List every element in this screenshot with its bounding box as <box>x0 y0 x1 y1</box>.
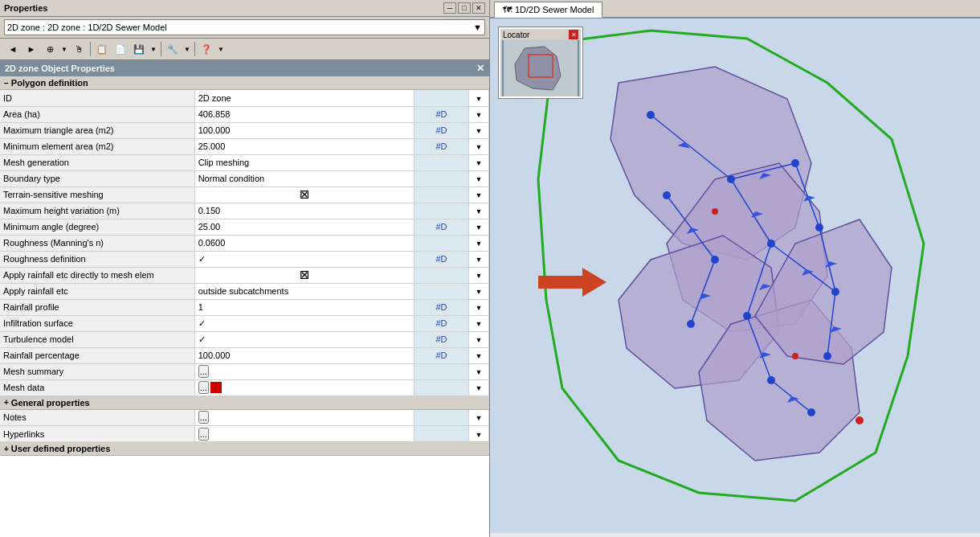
area-input[interactable] <box>198 109 410 119</box>
row-arrow[interactable]: ▼ <box>469 122 489 138</box>
row-arrow[interactable]: ▼ <box>469 170 489 187</box>
row-value[interactable]: outside subcatchments <box>194 283 414 299</box>
toolbar-paste[interactable]: 📄 <box>112 40 129 58</box>
row-label: Minimum element area (m2) <box>0 138 194 154</box>
max-tri-input[interactable] <box>198 125 410 135</box>
row-value[interactable]: ... <box>194 363 414 379</box>
row-hash <box>414 235 468 251</box>
toolbar-target-dropdown[interactable]: ▼ <box>59 40 69 58</box>
row-value[interactable]: ✓ <box>194 251 414 267</box>
row-label: Hyperlinks <box>0 426 194 442</box>
min-elem-input[interactable] <box>198 141 410 151</box>
row-arrow[interactable]: ▼ <box>469 106 489 122</box>
toolbar-cursor[interactable]: 🖱 <box>70 40 88 58</box>
map-tab[interactable]: 🗺 1D/2D Sewer Model <box>494 2 602 18</box>
row-arrow[interactable]: ▼ <box>469 203 489 219</box>
row-value[interactable]: 2D zone <box>194 90 414 106</box>
table-row: Boundary type Normal condition ▼ <box>0 170 489 187</box>
row-value[interactable] <box>194 299 414 315</box>
row-value[interactable]: ✓ <box>194 331 414 347</box>
table-row: Maximum triangle area (m2) #D ▼ <box>0 122 489 138</box>
row-value[interactable]: ... <box>194 426 414 442</box>
row-arrow[interactable]: ▼ <box>469 235 489 251</box>
row-value[interactable] <box>194 219 414 235</box>
maximize-button[interactable]: □ <box>458 2 471 14</box>
row-arrow[interactable]: ▼ <box>469 426 489 442</box>
row-value[interactable] <box>194 347 414 363</box>
toolbar-help[interactable]: ❓ <box>198 40 215 58</box>
window-title: Properties <box>4 3 47 13</box>
map-area[interactable]: Locator ✕ <box>490 18 980 533</box>
toolbar-help-dropdown[interactable]: ▼ <box>216 40 226 58</box>
row-value[interactable]: ... <box>194 410 414 426</box>
row-arrow[interactable]: ▼ <box>469 138 489 154</box>
row-arrow[interactable]: ▼ <box>469 299 489 315</box>
general-section-header[interactable]: + General properties <box>0 396 489 410</box>
infiltration-check: ✓ <box>198 318 206 329</box>
row-arrow[interactable]: ▼ <box>469 410 489 426</box>
toolbar-save-dropdown[interactable]: ▼ <box>149 40 158 58</box>
row-value[interactable]: Normal condition <box>194 170 414 187</box>
terrain-checkbox[interactable]: ☒ <box>300 189 309 201</box>
rainfall-pct-input[interactable] <box>198 350 410 360</box>
row-value[interactable] <box>194 122 414 138</box>
row-arrow[interactable]: ▼ <box>469 315 489 331</box>
toolbar-forward[interactable]: ► <box>22 40 40 58</box>
user-defined-section-header[interactable]: + User defined properties <box>0 442 489 456</box>
row-arrow[interactable]: ▼ <box>469 347 489 363</box>
notes-btn[interactable]: ... <box>198 411 209 424</box>
row-arrow[interactable]: ▼ <box>469 363 489 379</box>
row-value[interactable] <box>194 138 414 154</box>
toolbar-back[interactable]: ◄ <box>4 40 22 58</box>
close-button[interactable]: ✕ <box>472 2 485 14</box>
row-arrow[interactable]: ▼ <box>469 379 489 396</box>
minimize-button[interactable]: ─ <box>443 2 456 14</box>
row-arrow[interactable]: ▼ <box>469 90 489 106</box>
toolbar-settings[interactable]: 🔧 <box>164 40 182 58</box>
row-arrow[interactable]: ▼ <box>469 251 489 267</box>
roughness-def-check: ✓ <box>198 254 206 264</box>
row-value[interactable]: ☒ <box>194 267 414 283</box>
general-toggle: + <box>4 398 9 407</box>
zone-dropdown[interactable]: 2D zone : 2D zone : 1D/2D Sewer Model ▼ <box>4 19 485 35</box>
locator-label: Locator <box>503 31 529 39</box>
toolbar-settings-dropdown[interactable]: ▼ <box>182 40 192 58</box>
row-value[interactable] <box>194 235 414 251</box>
row-label: Roughness definition <box>0 251 194 267</box>
tab-label: 1D/2D Sewer Model <box>515 5 594 14</box>
row-hash: #D <box>414 347 468 363</box>
hyperlinks-btn[interactable]: ... <box>198 428 209 441</box>
window-controls: ─ □ ✕ <box>443 2 485 14</box>
min-angle-input[interactable] <box>198 222 410 232</box>
toolbar-copy[interactable]: 📋 <box>93 40 111 58</box>
row-value[interactable]: Clip meshing <box>194 154 414 170</box>
row-arrow[interactable]: ▼ <box>469 219 489 235</box>
row-label: Mesh summary <box>0 363 194 379</box>
rainfall-profile-input[interactable] <box>198 302 410 312</box>
roughness-n-input[interactable] <box>198 238 410 248</box>
svg-point-26 <box>663 191 671 199</box>
row-hash <box>414 363 468 379</box>
row-arrow[interactable]: ▼ <box>469 331 489 347</box>
locator-close-button[interactable]: ✕ <box>569 30 578 39</box>
row-value[interactable]: ✓ <box>194 315 414 331</box>
row-value[interactable] <box>194 106 414 122</box>
row-label: Boundary type <box>0 170 194 187</box>
props-close-button[interactable]: ✕ <box>476 63 484 74</box>
row-arrow[interactable]: ▼ <box>469 154 489 170</box>
mesh-data-btn[interactable]: ... <box>198 381 209 394</box>
toolbar-target[interactable]: ⊕ <box>41 40 59 58</box>
row-value[interactable]: ☒ <box>194 187 414 203</box>
row-arrow[interactable]: ▼ <box>469 187 489 203</box>
row-value[interactable] <box>194 203 414 219</box>
mesh-summary-btn[interactable]: ... <box>198 365 209 378</box>
apply-direct-checkbox[interactable]: ☒ <box>300 269 309 281</box>
row-hash <box>414 187 468 203</box>
row-arrow[interactable]: ▼ <box>469 267 489 283</box>
row-arrow[interactable]: ▼ <box>469 283 489 299</box>
toolbar-save[interactable]: 💾 <box>130 40 148 58</box>
polygon-section-header[interactable]: − Polygon definition <box>0 76 489 90</box>
svg-point-29 <box>791 159 799 167</box>
row-value[interactable]: ... <box>194 379 414 396</box>
max-height-input[interactable] <box>198 206 410 215</box>
